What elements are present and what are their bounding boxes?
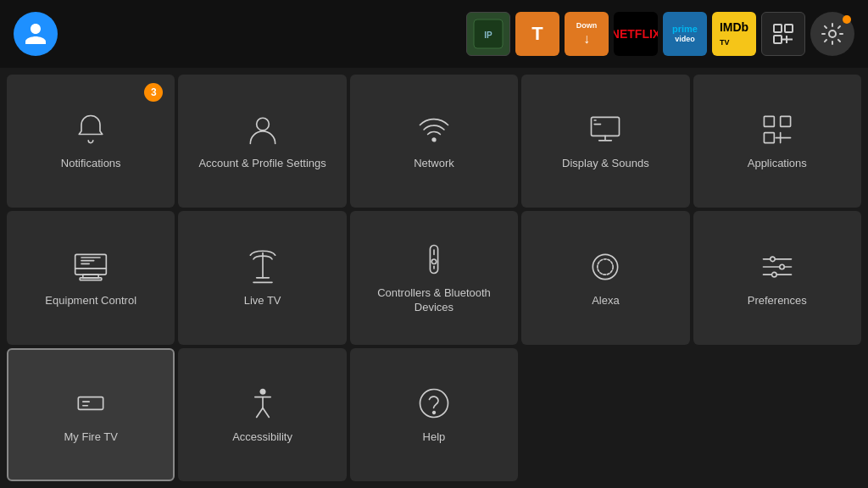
app-imdb[interactable]: IMDbTV: [712, 12, 756, 56]
svg-point-7: [829, 30, 836, 37]
grid-item-alexa[interactable]: Alexa: [521, 211, 689, 344]
grid-label-accessibility: Accessibility: [232, 430, 292, 445]
svg-rect-11: [764, 117, 774, 127]
settings-grid: 3 Notifications Account & Profile Settin…: [0, 68, 868, 488]
grid-label-my-fire-tv: My Fire TV: [64, 430, 118, 445]
svg-point-9: [432, 138, 436, 141]
svg-point-31: [598, 258, 613, 274]
grid-item-display-sounds[interactable]: Display & Sounds: [521, 75, 689, 208]
grid-item-help[interactable]: Help: [350, 348, 518, 481]
nav-links: [75, 30, 115, 38]
svg-line-45: [263, 408, 269, 417]
sliders-icon: [759, 248, 796, 286]
grid-item-account-profile[interactable]: Account & Profile Settings: [178, 75, 346, 208]
svg-point-35: [771, 257, 776, 262]
settings-dot: [843, 15, 851, 24]
svg-rect-3: [785, 25, 793, 32]
svg-point-47: [433, 412, 436, 414]
app-grid[interactable]: [761, 12, 805, 56]
grid-item-network[interactable]: Network: [350, 75, 518, 208]
app-prime[interactable]: primevideo: [663, 12, 707, 56]
firetv-icon: [72, 385, 109, 422]
grid-label-applications: Applications: [748, 157, 807, 171]
grid-label-notifications: Notifications: [61, 157, 121, 171]
remote-icon: [415, 241, 453, 278]
grid-label-account-profile: Account & Profile Settings: [198, 157, 326, 171]
app-t[interactable]: T: [515, 12, 559, 56]
app-ip[interactable]: IP: [466, 12, 510, 56]
empty-cell: [521, 348, 689, 481]
svg-point-36: [780, 264, 785, 269]
svg-point-28: [431, 259, 437, 264]
display-icon: [587, 111, 624, 148]
app-icons: IP T Down ↓ NETFLIX primevideo IMDbTV: [466, 12, 854, 56]
grid-item-notifications[interactable]: 3 Notifications: [7, 75, 175, 208]
svg-point-37: [771, 272, 776, 277]
grid-label-display-sounds: Display & Sounds: [562, 157, 649, 171]
accessibility-icon: [244, 385, 281, 422]
grid-label-controllers-bluetooth: Controllers & Bluetooth Devices: [360, 286, 508, 315]
grid-label-preferences: Preferences: [748, 294, 807, 308]
grid-item-controllers-bluetooth[interactable]: Controllers & Bluetooth Devices: [350, 211, 518, 344]
svg-line-44: [256, 408, 262, 417]
grid-item-accessibility[interactable]: Accessibility: [178, 348, 346, 481]
grid-label-alexa: Alexa: [592, 294, 620, 308]
topbar: IP T Down ↓ NETFLIX primevideo IMDbTV: [0, 0, 868, 68]
grid-item-preferences[interactable]: Preferences: [693, 211, 861, 344]
apps-icon: [759, 111, 796, 148]
svg-rect-38: [79, 397, 103, 410]
help-icon: [415, 385, 453, 422]
alexa-icon: [587, 248, 624, 286]
avatar[interactable]: [14, 12, 58, 56]
grid-label-help: Help: [423, 430, 446, 445]
antenna-icon: [244, 248, 281, 286]
app-netflix[interactable]: NETFLIX: [614, 12, 658, 56]
svg-rect-13: [764, 133, 774, 143]
grid-item-equipment-control[interactable]: Equipment Control: [7, 211, 175, 344]
grid-label-equipment-control: Equipment Control: [45, 294, 136, 308]
svg-point-8: [256, 118, 269, 130]
user-icon: [244, 111, 281, 148]
settings-button[interactable]: [810, 12, 854, 56]
grid-label-live-tv: Live TV: [244, 294, 281, 308]
svg-rect-2: [774, 25, 782, 32]
grid-item-applications[interactable]: Applications: [693, 75, 861, 208]
svg-rect-19: [80, 277, 102, 280]
monitor-icon: [72, 248, 109, 286]
app-downloader[interactable]: Down ↓: [565, 12, 609, 56]
svg-point-41: [260, 389, 265, 394]
svg-point-30: [593, 254, 618, 279]
svg-rect-12: [780, 117, 790, 127]
grid-item-live-tv[interactable]: Live TV: [178, 211, 346, 344]
wifi-icon: [415, 111, 453, 148]
svg-text:IP: IP: [484, 30, 492, 40]
svg-rect-4: [774, 36, 782, 43]
badge-notifications: 3: [144, 83, 163, 102]
bell-icon: [72, 111, 109, 148]
grid-label-network: Network: [414, 157, 454, 171]
empty-cell: [693, 348, 861, 481]
grid-item-my-fire-tv[interactable]: My Fire TV: [7, 348, 175, 481]
